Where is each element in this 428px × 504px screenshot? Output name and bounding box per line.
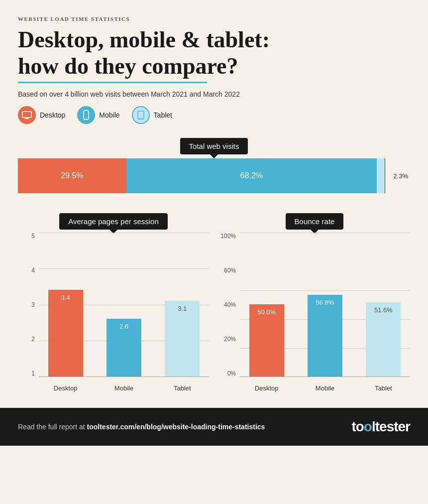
y-label-60: 60%: [224, 267, 236, 274]
bar-value-desktop: 3.4: [61, 294, 70, 301]
avg-pages-x-labels: Desktop Mobile Tablet: [39, 384, 209, 392]
desktop-legend-icon: [18, 106, 36, 124]
y-label-20: 20%: [224, 336, 236, 343]
svg-rect-1: [25, 118, 28, 119]
brand-dot: o: [364, 419, 372, 434]
x-label-desktop: Desktop: [44, 384, 87, 392]
bar-group-tablet: 3.1: [161, 233, 204, 377]
mobile-label: Mobile: [99, 111, 119, 119]
bounce-rate-tooltip-wrapper: Bounce rate: [219, 213, 410, 230]
bar-desktop-total: 29.5%: [18, 158, 126, 193]
svg-rect-0: [22, 112, 31, 118]
brand-name: tooltester: [351, 419, 410, 434]
desktop-pct: 29.5%: [61, 171, 83, 180]
x-label-br-mobile: Mobile: [303, 384, 346, 392]
bounce-rate-x-labels: Desktop Mobile Tablet: [240, 384, 410, 392]
desktop-label: Desktop: [40, 111, 65, 119]
svg-rect-2: [24, 119, 29, 119]
bar-value-br-mobile: 56.8%: [316, 299, 334, 306]
y-label-2: 2: [31, 336, 35, 343]
bar-group-mobile: 2.6: [102, 233, 145, 377]
avg-pages-section: Average pages per session 5 4 3 2 1: [18, 213, 209, 392]
avg-pages-chart: 5 4 3 2 1 3.4: [18, 233, 209, 392]
title-underline: [18, 82, 207, 83]
total-visits-tooltip-wrapper: Total web visits: [18, 138, 410, 154]
bounce-rate-bars: 50.0% 56.8% 51.6%: [240, 233, 410, 377]
bar-group-desktop: 3.4: [44, 233, 87, 377]
legend: Desktop Mobile Tablet: [18, 106, 410, 124]
total-visits-section: Total web visits 29.5% 68.2% 2.3%: [18, 138, 410, 193]
bar-tablet-total: [377, 158, 385, 193]
bar-rect-desktop: 3.4: [48, 290, 83, 376]
main-content: WEBSITE LOAD TIME STATISTICS Desktop, mo…: [0, 0, 428, 392]
avg-pages-bars: 3.4 2.6 3.1: [39, 233, 209, 377]
bar-rect-br-tablet: 51.6%: [366, 302, 401, 377]
y-label-40: 40%: [224, 301, 236, 308]
y-label-0: 0%: [227, 370, 236, 377]
page-title: Desktop, mobile & tablet: how do they co…: [18, 27, 410, 83]
y-label-3: 3: [31, 301, 35, 308]
bar-group-br-mobile: 56.8%: [303, 233, 346, 377]
avg-pages-tooltip-wrapper: Average pages per session: [18, 213, 209, 230]
bar-group-br-tablet: 51.6%: [362, 233, 405, 377]
total-visits-bar: 29.5% 68.2%: [18, 158, 385, 193]
total-visits-tooltip: Total web visits: [180, 138, 248, 154]
footer-text: Read the full report at tooltester.com/e…: [18, 423, 265, 431]
bar-rect-br-desktop: 50.0%: [249, 304, 284, 377]
x-label-br-desktop: Desktop: [245, 384, 288, 392]
tablet-legend-icon: [132, 106, 150, 124]
tablet-label: Tablet: [154, 111, 172, 119]
x-label-mobile: Mobile: [102, 384, 145, 392]
bounce-rate-tooltip: Bounce rate: [286, 213, 344, 230]
subtitle: WEBSITE LOAD TIME STATISTICS: [18, 16, 410, 22]
y-label-5: 5: [31, 233, 35, 240]
footer-read-text: Read the full report at: [18, 423, 87, 431]
tablet-line: [385, 158, 385, 193]
bar-rect-mobile: 2.6: [107, 319, 141, 377]
footer-link[interactable]: tooltester.com/en/blog/website-loading-t…: [87, 423, 265, 431]
bar-mobile-total: 68.2%: [126, 158, 377, 193]
y-label-4: 4: [31, 267, 35, 274]
bar-value-br-tablet: 51.6%: [374, 306, 393, 314]
bounce-rate-y-axis: 100% 60% 40% 20% 0%: [219, 233, 239, 392]
bar-value-br-desktop: 50.0%: [257, 308, 276, 316]
mobile-legend-icon: [77, 106, 95, 124]
tablet-pct-label: 2.3%: [393, 172, 408, 179]
x-label-tablet: Tablet: [161, 384, 204, 392]
avg-pages-y-axis: 5 4 3 2 1: [18, 233, 38, 392]
footer: Read the full report at tooltester.com/e…: [0, 408, 428, 446]
y-label-100: 100%: [220, 233, 236, 240]
svg-point-6: [140, 117, 141, 118]
y-label-1: 1: [31, 370, 35, 377]
charts-row: Average pages per session 5 4 3 2 1: [18, 213, 410, 392]
bar-group-br-desktop: 50.0%: [245, 233, 288, 377]
bar-rect-tablet: 3.1: [165, 301, 200, 377]
description: Based on over 4 billion web visits betwe…: [18, 90, 410, 98]
legend-item-tablet: Tablet: [132, 106, 172, 124]
legend-item-mobile: Mobile: [77, 106, 119, 124]
mobile-pct: 68.2%: [240, 171, 263, 180]
title-line1: Desktop, mobile & tablet:: [18, 27, 270, 52]
title-line2: how do they compare?: [18, 53, 238, 79]
bounce-rate-chart: 100% 60% 40% 20% 0% 50.0% 56.8%: [219, 233, 410, 392]
legend-item-desktop: Desktop: [18, 106, 65, 124]
footer-brand: tooltester: [351, 419, 410, 435]
x-label-br-tablet: Tablet: [362, 384, 405, 392]
avg-pages-tooltip: Average pages per session: [59, 213, 168, 230]
bar-rect-br-mobile: 56.8%: [308, 295, 342, 377]
bounce-rate-section: Bounce rate 100% 60% 40% 20% 0%: [219, 213, 410, 392]
bar-value-mobile: 2.6: [119, 323, 128, 330]
svg-point-4: [86, 118, 87, 119]
bar-value-tablet: 3.1: [178, 305, 187, 312]
